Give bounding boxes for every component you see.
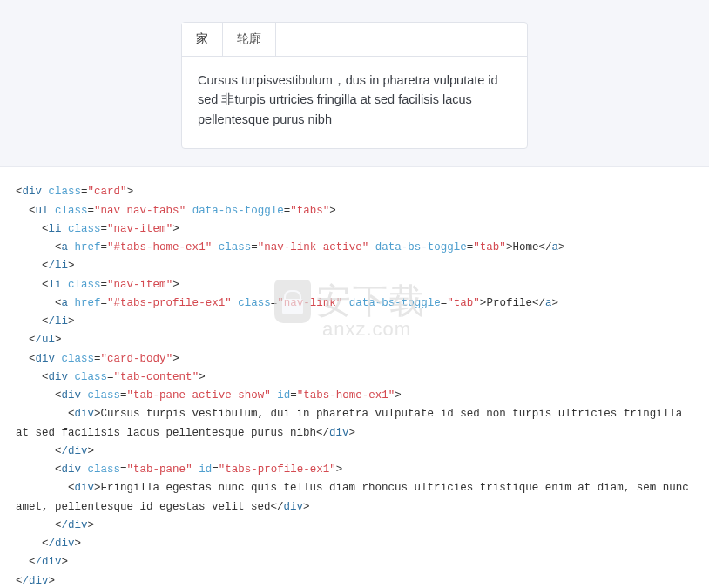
tab-profile[interactable]: 轮廓 xyxy=(223,23,276,56)
card-body: Cursus turpisvestibulum，dus in pharetra … xyxy=(182,57,527,148)
tab-profile-link[interactable]: 轮廓 xyxy=(223,23,276,56)
code-snippet: <div class="card"> <ul class="nav nav-ta… xyxy=(0,166,709,588)
demo-panel: 家 轮廓 Cursus turpisvestibulum，dus in phar… xyxy=(0,0,709,166)
nav-tabs: 家 轮廓 xyxy=(182,23,527,57)
tab-content-text: Cursus turpisvestibulum，dus in pharetra … xyxy=(198,71,511,129)
card: 家 轮廓 Cursus turpisvestibulum，dus in phar… xyxy=(181,22,528,149)
tab-home-link[interactable]: 家 xyxy=(182,23,223,56)
tab-home[interactable]: 家 xyxy=(182,23,223,56)
